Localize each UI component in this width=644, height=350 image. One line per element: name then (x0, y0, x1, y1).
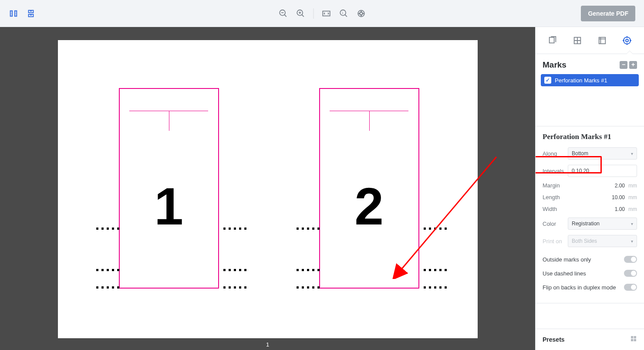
margin-row: Margin 2.00 mm (543, 182, 637, 189)
save-layout-icon[interactable] (26, 9, 36, 18)
margin-value[interactable]: 2.00 (568, 183, 625, 189)
page-number-1: 1 (120, 176, 218, 236)
length-row: Length 10.00 mm (543, 194, 637, 200)
page-number-2: 2 (320, 176, 418, 236)
mark-properties: Perforation Marks #1 Along Bottom▾ Inter… (536, 126, 644, 303)
color-row: Color Registration▾ (543, 217, 637, 230)
outside-marks-toggle[interactable] (624, 256, 637, 263)
toolbar-divider (313, 8, 314, 19)
svg-rect-11 (599, 37, 606, 44)
zoom-out-icon[interactable] (278, 9, 288, 18)
perf-dots (96, 286, 119, 289)
add-mark-button[interactable]: + (629, 61, 637, 69)
tab-pages-icon[interactable] (547, 35, 558, 46)
svg-rect-1 (29, 14, 34, 17)
length-label: Length (543, 194, 568, 200)
marks-list: ✓ Perforation Marks #1 (536, 74, 644, 126)
perf-dots (424, 228, 447, 230)
along-select[interactable]: Bottom▾ (568, 147, 637, 160)
svg-rect-15 (634, 336, 636, 338)
print-on-label: Print on (543, 238, 568, 245)
sidebar-tabs (536, 27, 644, 54)
page-box-1: 1 (119, 88, 219, 289)
tab-layout-icon[interactable] (597, 35, 608, 46)
presets-label: Presets (543, 336, 630, 343)
width-row: Width 1.00 mm (543, 206, 637, 212)
dashed-lines-row: Use dashed lines (543, 266, 637, 280)
zoom-fit-icon[interactable] (356, 9, 366, 18)
width-value[interactable]: 1.00 (568, 206, 625, 212)
mark-item[interactable]: ✓ Perforation Marks #1 (541, 74, 639, 86)
intervals-row: Intervals 0 10 20 (543, 165, 637, 177)
color-select[interactable]: Registration▾ (568, 217, 637, 230)
perf-dots (424, 269, 447, 271)
generate-pdf-button[interactable]: Generate PDF (581, 6, 635, 21)
dashed-lines-label: Use dashed lines (543, 270, 624, 277)
perf-mark-stem (369, 111, 370, 131)
canvas-viewport[interactable]: 1 2 1 (0, 27, 535, 350)
length-unit: mm (625, 194, 637, 200)
marks-section-header: Marks − + (536, 54, 644, 74)
width-label: Width (543, 206, 568, 212)
fit-width-icon[interactable] (321, 9, 331, 18)
print-on-select: Both Sides▾ (568, 235, 637, 247)
svg-rect-4 (323, 11, 330, 16)
along-row: Along Bottom▾ (543, 147, 637, 160)
top-toolbar: 1 Generate PDF (0, 0, 644, 27)
color-label: Color (543, 221, 568, 227)
mark-checkbox[interactable]: ✓ (544, 77, 551, 84)
properties-title: Perforation Marks #1 (543, 133, 637, 141)
tab-marks-icon[interactable] (621, 35, 633, 46)
flip-backs-label: Flip on backs in duplex mode (543, 284, 624, 291)
svg-rect-9 (549, 37, 554, 43)
intervals-input[interactable]: 0 10 20 (568, 165, 637, 177)
svg-rect-14 (631, 336, 633, 338)
page-box-2: 2 (319, 88, 419, 289)
perf-dots (297, 228, 320, 230)
svg-rect-17 (634, 339, 636, 341)
presets-section: Presets (536, 329, 644, 350)
svg-rect-16 (631, 339, 633, 341)
page-index-label: 1 (266, 341, 269, 348)
perf-dots (223, 286, 246, 289)
svg-text:1: 1 (341, 11, 343, 14)
perf-dots (424, 286, 447, 289)
outside-marks-row: Outside marks only (543, 252, 637, 266)
perf-dots (223, 228, 246, 230)
remove-mark-button[interactable]: − (620, 61, 627, 69)
flip-backs-toggle[interactable] (624, 284, 637, 291)
zoom-in-icon[interactable] (296, 9, 305, 18)
columns-icon[interactable] (9, 9, 18, 18)
marks-title: Marks (543, 60, 618, 70)
sheet: 1 2 1 (58, 40, 478, 338)
zoom-actual-icon[interactable]: 1 (339, 9, 348, 18)
print-on-row: Print on Both Sides▾ (543, 235, 637, 247)
svg-point-13 (626, 39, 628, 42)
svg-rect-0 (29, 10, 34, 13)
margin-label: Margin (543, 182, 568, 189)
perf-dots (96, 228, 119, 230)
perf-dots (223, 269, 246, 271)
outside-marks-label: Outside marks only (543, 256, 624, 263)
mark-item-label: Perforation Marks #1 (555, 77, 607, 84)
perf-mark-stem (169, 111, 169, 131)
perf-dots (297, 286, 320, 289)
svg-point-12 (624, 37, 631, 44)
main-area: 1 2 1 (0, 27, 644, 350)
perf-dots (96, 269, 119, 271)
tab-grid-icon[interactable] (572, 35, 583, 46)
dashed-lines-toggle[interactable] (624, 270, 637, 277)
length-value[interactable]: 10.00 (568, 194, 625, 200)
right-sidebar: Marks − + ✓ Perforation Marks #1 Perfora… (535, 27, 644, 350)
perf-dots (297, 269, 320, 271)
presets-grid-icon[interactable] (630, 335, 637, 344)
width-unit: mm (625, 206, 637, 212)
flip-backs-row: Flip on backs in duplex mode (543, 280, 637, 294)
margin-unit: mm (625, 183, 637, 189)
intervals-label: Intervals (543, 168, 568, 174)
active-tab-notch (627, 51, 633, 54)
along-label: Along (543, 150, 568, 157)
